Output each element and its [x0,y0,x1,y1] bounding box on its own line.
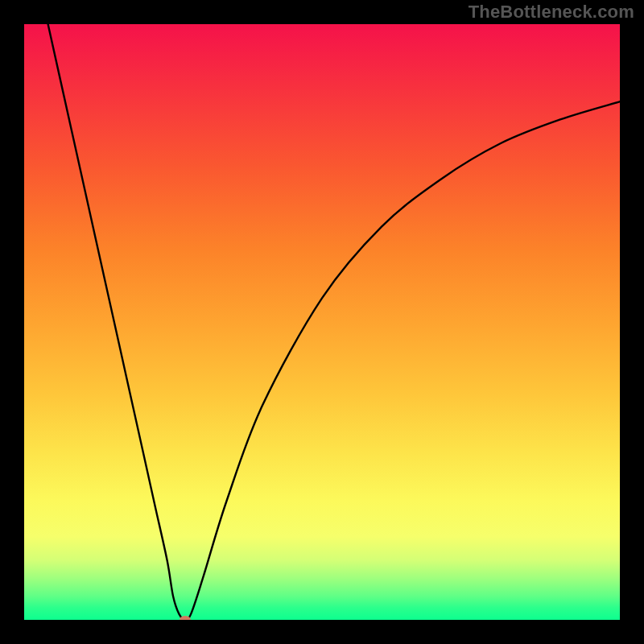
plot-area [24,24,620,620]
bottleneck-curve [48,24,620,620]
minimum-marker [180,616,191,620]
watermark-text: TheBottleneck.com [469,2,634,23]
chart-frame: TheBottleneck.com [0,0,644,644]
curve-svg [24,24,620,620]
